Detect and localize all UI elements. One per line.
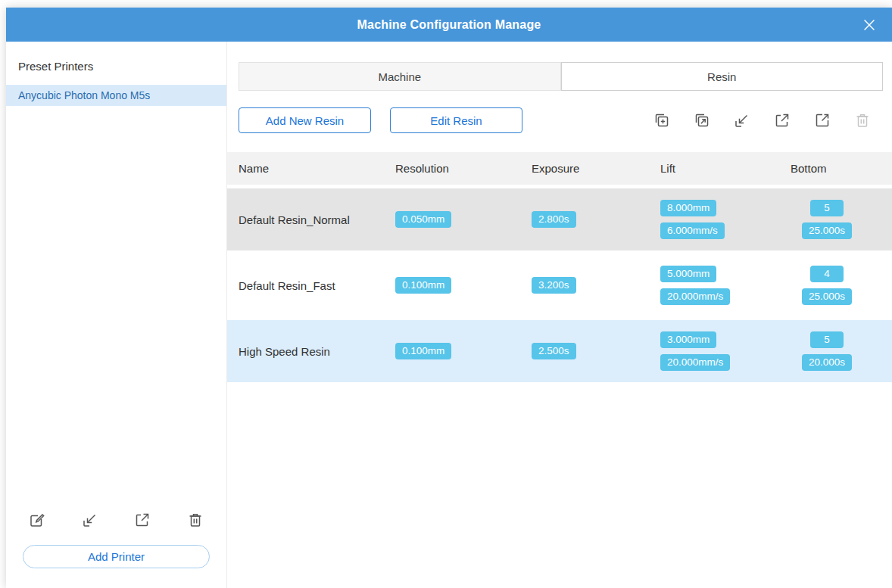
resin-row-default-normal[interactable]: Default Resin_Normal 0.050mm 2.800s 8.00… bbox=[227, 188, 892, 250]
import-icon bbox=[81, 511, 99, 529]
bottom-exposure-badge: 25.000s bbox=[802, 288, 852, 305]
bottom-badges: 5 25.000s bbox=[791, 200, 863, 239]
main-panel: Machine Resin Add New Resin Edit Resin bbox=[227, 42, 892, 588]
import-printer-button[interactable] bbox=[80, 510, 100, 530]
bottom-badges: 4 25.000s bbox=[791, 266, 863, 305]
lift-badges: 5.000mm 20.000mm/s bbox=[660, 266, 791, 305]
resin-name: Default Resin_Fast bbox=[227, 279, 395, 292]
col-header-lift: Lift bbox=[660, 162, 791, 175]
resin-table: Name Resolution Exposure Lift Bottom Def… bbox=[227, 148, 892, 382]
dialog-title: Machine Configuration Manage bbox=[357, 18, 541, 32]
col-header-name: Name bbox=[227, 162, 395, 175]
preset-printers-heading: Preset Printers bbox=[6, 60, 226, 85]
trash-icon bbox=[853, 111, 872, 129]
dialog-body: Preset Printers Anycubic Photon Mono M5s bbox=[6, 42, 892, 588]
open-external-icon bbox=[773, 111, 791, 129]
add-printer-button[interactable]: Add Printer bbox=[23, 545, 210, 568]
resolution-badge: 0.050mm bbox=[395, 211, 451, 228]
bottom-layers-badge: 4 bbox=[810, 266, 844, 282]
preset-printers-sidebar: Preset Printers Anycubic Photon Mono M5s bbox=[6, 42, 227, 588]
lift-speed-badge: 20.000mm/s bbox=[660, 288, 730, 305]
lift-speed-badge: 6.000mm/s bbox=[660, 222, 725, 239]
export-icon bbox=[133, 511, 151, 529]
edit-printer-button[interactable] bbox=[27, 510, 47, 530]
add-copy-icon bbox=[653, 111, 671, 129]
exposure-badge: 3.200s bbox=[532, 277, 576, 294]
resin-row-high-speed[interactable]: High Speed Resin 0.100mm 2.500s 3.000mm … bbox=[227, 320, 892, 382]
resin-row-default-fast[interactable]: Default Resin_Fast 0.100mm 3.200s 5.000m… bbox=[227, 254, 892, 316]
resin-toolbar bbox=[652, 110, 872, 130]
close-icon bbox=[861, 17, 878, 33]
tab-resin[interactable]: Resin bbox=[561, 62, 884, 91]
lift-badges: 3.000mm 20.000mm/s bbox=[660, 331, 791, 371]
share-icon bbox=[813, 111, 831, 129]
sidebar-toolbar bbox=[23, 510, 210, 545]
resolution-badge: 0.100mm bbox=[395, 277, 451, 294]
delete-printer-button[interactable] bbox=[186, 510, 205, 530]
add-new-resin-button[interactable]: Add New Resin bbox=[239, 107, 371, 133]
trash-icon bbox=[186, 511, 204, 529]
share-resin-button[interactable] bbox=[812, 110, 832, 130]
resin-actions-row: Add New Resin Edit Resin bbox=[239, 107, 872, 133]
sidebar-bottom: Add Printer bbox=[6, 510, 226, 588]
lift-distance-badge: 8.000mm bbox=[660, 200, 716, 216]
printer-item-selected[interactable]: Anycubic Photon Mono M5s bbox=[6, 85, 226, 106]
lift-distance-badge: 5.000mm bbox=[660, 266, 716, 282]
bottom-badges: 5 20.000s bbox=[791, 331, 863, 371]
resolution-badge: 0.100mm bbox=[395, 343, 451, 359]
delete-resin-button[interactable] bbox=[853, 110, 872, 130]
bottom-exposure-badge: 20.000s bbox=[802, 354, 852, 371]
resin-table-header: Name Resolution Exposure Lift Bottom bbox=[227, 152, 892, 185]
add-copy-resin-button[interactable] bbox=[652, 110, 672, 130]
bottom-layers-badge: 5 bbox=[810, 331, 844, 348]
import-resin-button[interactable] bbox=[732, 110, 752, 130]
col-header-resolution: Resolution bbox=[395, 162, 532, 175]
resin-name: High Speed Resin bbox=[227, 345, 395, 358]
bottom-exposure-badge: 25.000s bbox=[802, 222, 852, 239]
close-button[interactable] bbox=[859, 14, 880, 36]
import-icon bbox=[733, 111, 751, 129]
tab-machine[interactable]: Machine bbox=[239, 62, 561, 91]
lift-distance-badge: 3.000mm bbox=[660, 331, 716, 348]
dialog-header: Machine Configuration Manage bbox=[6, 8, 892, 42]
tab-bar: Machine Resin bbox=[239, 62, 883, 91]
col-header-exposure: Exposure bbox=[532, 162, 660, 175]
screen: Machine Configuration Manage Preset Prin… bbox=[0, 0, 892, 588]
duplicate-resin-button[interactable] bbox=[692, 110, 712, 130]
resin-name: Default Resin_Normal bbox=[227, 213, 395, 226]
lift-speed-badge: 20.000mm/s bbox=[660, 354, 730, 371]
machine-config-dialog: Machine Configuration Manage Preset Prin… bbox=[6, 8, 892, 588]
duplicate-icon bbox=[693, 111, 711, 129]
bottom-layers-badge: 5 bbox=[810, 200, 844, 216]
open-external-resin-button[interactable] bbox=[772, 110, 792, 130]
edit-resin-button[interactable]: Edit Resin bbox=[390, 107, 522, 133]
edit-icon bbox=[28, 511, 46, 529]
exposure-badge: 2.500s bbox=[532, 343, 576, 359]
exposure-badge: 2.800s bbox=[532, 211, 576, 228]
export-printer-button[interactable] bbox=[133, 510, 152, 530]
col-header-bottom: Bottom bbox=[791, 162, 892, 175]
lift-badges: 8.000mm 6.000mm/s bbox=[660, 200, 791, 239]
